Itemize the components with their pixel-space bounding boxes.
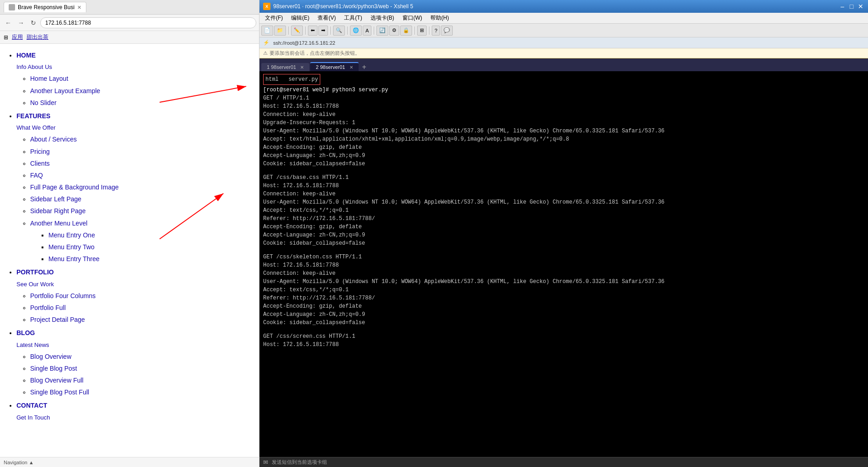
toolbar-edit-btn[interactable]: ✏️ bbox=[291, 26, 303, 36]
shell-tab-1-close[interactable]: ✕ bbox=[300, 65, 304, 70]
shell-tab-2-close[interactable]: ✕ bbox=[349, 65, 353, 70]
nav-portfolio-submenu: Portfolio Four Columns Portfolio Full Pr… bbox=[16, 290, 252, 326]
window-controls: – □ ✕ bbox=[839, 3, 864, 10]
nav-get-in-touch-link[interactable]: Get In Touch bbox=[16, 414, 50, 421]
menu-tabs[interactable]: 选项卡(B) bbox=[367, 13, 398, 23]
terminal-line-14: Accept: text/css,*/*;q=0.1 bbox=[263, 206, 864, 215]
nav-blog-overview-link[interactable]: Blog Overview bbox=[30, 353, 71, 360]
toolbar-open-btn[interactable]: 📁 bbox=[274, 26, 286, 36]
nav-what-we-offer-link[interactable]: What We Offer bbox=[16, 124, 56, 131]
menu-help[interactable]: 帮助(H) bbox=[427, 13, 453, 23]
nav-project-detail-item: Project Detail Page bbox=[30, 314, 252, 325]
minimize-button[interactable]: – bbox=[839, 3, 846, 10]
refresh-button[interactable]: ↻ bbox=[28, 18, 38, 27]
tab-favicon bbox=[9, 4, 15, 10]
tab-close-button[interactable]: ✕ bbox=[77, 5, 81, 10]
nav-about-services-item: About / Services bbox=[30, 134, 252, 145]
toolbar-layout-btn[interactable]: ⊞ bbox=[417, 26, 427, 36]
ssh-address: ssh://root@172.16.5.181:22 bbox=[273, 40, 335, 46]
nav-project-detail-link[interactable]: Project Detail Page bbox=[30, 316, 85, 323]
status-message-icon: ✉ bbox=[263, 459, 268, 466]
back-button[interactable]: ← bbox=[3, 18, 14, 27]
terminal-line-19: GET /css/skeleton.css HTTP/1.1 bbox=[263, 253, 864, 261]
address-bar[interactable] bbox=[40, 17, 256, 28]
nav-fullpage-link[interactable]: Full Page & Background Image bbox=[30, 184, 119, 191]
nav-portfolio-full-link[interactable]: Portfolio Full bbox=[30, 304, 66, 311]
nav-blog-link[interactable]: BLOG bbox=[16, 329, 35, 336]
nav-features-item: FEATURES What We Offer About / Services … bbox=[16, 110, 252, 265]
nav-menu-entry-two-item: Menu Entry Two bbox=[48, 241, 252, 253]
nav-portfolio-link[interactable]: PORTFOLIO bbox=[16, 268, 54, 276]
nav-no-slider-item: No Slider bbox=[30, 97, 252, 109]
toolbar-font-btn[interactable]: A bbox=[363, 26, 371, 36]
browser-tab[interactable]: Brave Responsive Busi ✕ bbox=[4, 2, 86, 12]
apps-icon: ⊞ bbox=[4, 34, 8, 41]
nav-menu-entry-one-item: Menu Entry One bbox=[48, 230, 252, 241]
nav-portfolio-four-link[interactable]: Portfolio Four Columns bbox=[30, 292, 95, 299]
menu-view[interactable]: 查看(V) bbox=[314, 13, 339, 23]
nav-latest-news-link[interactable]: Latest News bbox=[16, 341, 49, 348]
nav-sidebar-right-item: Sidebar Right Page bbox=[30, 205, 252, 217]
nav-info-about-us-link[interactable]: Info About Us bbox=[16, 63, 52, 70]
nav-blog-overview-full-link[interactable]: Blog Overview Full bbox=[30, 377, 84, 384]
terminal-line-27: Cookie: sidebar_collapsed=false bbox=[263, 319, 864, 327]
toolbar-new-btn[interactable]: 📄 bbox=[261, 26, 273, 36]
toolbar-help-btn[interactable]: ? bbox=[432, 26, 440, 36]
menu-tools[interactable]: 工具(T) bbox=[340, 13, 365, 23]
nav-menu-level-submenu: Menu Entry One Menu Entry Two Menu Entry… bbox=[30, 230, 252, 265]
toolbar-lock-btn[interactable]: 🔒 bbox=[400, 26, 412, 36]
terminal-line-21: Connection: keep-alive bbox=[263, 269, 864, 278]
toolbar-copy-btn[interactable]: ⬅ bbox=[308, 26, 318, 36]
nav-single-blog-full-link[interactable]: Single Blog Post Full bbox=[30, 388, 89, 396]
shell-tab-1[interactable]: 1 98server01 ✕ bbox=[261, 63, 309, 71]
nav-menu-entry-three-link[interactable]: Menu Entry Three bbox=[48, 255, 100, 262]
nav-another-menu-level-link[interactable]: Another Menu Level bbox=[30, 220, 87, 227]
nav-menu-entry-two-link[interactable]: Menu Entry Two bbox=[48, 243, 95, 251]
nav-home-link[interactable]: HOME bbox=[16, 52, 36, 59]
toolbar-plugin-btn[interactable]: ⚙ bbox=[389, 26, 399, 36]
nav-portfolio-full-item: Portfolio Full bbox=[30, 302, 252, 314]
nav-blog-item: BLOG Latest News Blog Overview Single Bl… bbox=[16, 327, 252, 398]
menu-edit[interactable]: 编辑(E) bbox=[287, 13, 313, 23]
bookmark-apps[interactable]: 应用 bbox=[12, 33, 23, 41]
maximize-button[interactable]: □ bbox=[848, 3, 855, 10]
shell-tab-2[interactable]: 2 98server01 ✕ bbox=[310, 62, 358, 71]
toolbar-refresh-btn[interactable]: 🔄 bbox=[376, 26, 388, 36]
bookmark-item-2[interactable]: 甜出出茶 bbox=[26, 33, 48, 41]
nav-menu-entry-one-link[interactable]: Menu Entry One bbox=[48, 231, 95, 239]
terminal-line-29: Host: 172.16.5.181:7788 bbox=[263, 341, 864, 349]
xshell-toolbar: 📄 📁 ✏️ ⬅ ➡ 🔍 🌐 A 🔄 ⚙ 🔒 ⊞ ? 💬 bbox=[259, 24, 868, 37]
terminal-line-22: User-Agent: Mozilla/5.0 (Windows NT 10.0… bbox=[263, 278, 864, 286]
nav-see-our-work-link[interactable]: See Our Work bbox=[16, 281, 54, 288]
nav-sidebar-left-link[interactable]: Sidebar Left Page bbox=[30, 195, 81, 203]
nav-pricing-link[interactable]: Pricing bbox=[30, 148, 50, 155]
nav-about-services-link[interactable]: About / Services bbox=[30, 136, 77, 143]
nav-features-link[interactable]: FEATURES bbox=[16, 112, 50, 120]
shell-tab-add-button[interactable]: + bbox=[360, 63, 369, 71]
nav-another-layout-link[interactable]: Another Layout Example bbox=[30, 87, 100, 94]
nav-contact-item: CONTACT Get In Touch bbox=[16, 400, 252, 423]
terminal-line-6: Accept: text/html,application/xhtml+xml,… bbox=[263, 135, 864, 143]
nav-faq-link[interactable]: FAQ bbox=[30, 172, 43, 179]
close-button[interactable]: ✕ bbox=[857, 3, 864, 10]
xshell-titlebar: X 98server01 · root@server81:/work/pytho… bbox=[259, 0, 868, 13]
menu-window[interactable]: 窗口(W) bbox=[399, 13, 426, 23]
toolbar-globe-btn[interactable]: 🌐 bbox=[350, 26, 362, 36]
terminal-line-10: GET /css/base.css HTTP/1.1 bbox=[263, 173, 864, 182]
xshell-terminal[interactable]: html server.py [root@server81 web]# pyth… bbox=[259, 71, 868, 457]
toolbar-chat-btn[interactable]: 💬 bbox=[441, 26, 453, 36]
toolbar-sep-3 bbox=[330, 26, 331, 35]
ssh-status-icon: ⚡ bbox=[263, 40, 270, 46]
forward-button[interactable]: → bbox=[16, 18, 26, 27]
nav-clients-link[interactable]: Clients bbox=[30, 160, 50, 167]
nav-home-layout-link[interactable]: Home Layout bbox=[30, 75, 68, 82]
menu-file[interactable]: 文件(F) bbox=[261, 13, 286, 23]
toolbar-search-btn[interactable]: 🔍 bbox=[333, 26, 345, 36]
nav-contact-link[interactable]: CONTACT bbox=[16, 402, 47, 409]
nav-no-slider-link[interactable]: No Slider bbox=[30, 99, 57, 106]
terminal-line-1: GET / HTTP/1.1 bbox=[263, 94, 864, 102]
toolbar-paste-btn[interactable]: ➡ bbox=[318, 26, 328, 36]
nav-single-blog-link[interactable]: Single Blog Post bbox=[30, 365, 77, 372]
terminal-line-24: Referer: http://172.16.5.181:7788/ bbox=[263, 294, 864, 302]
nav-sidebar-right-link[interactable]: Sidebar Right Page bbox=[30, 207, 85, 215]
